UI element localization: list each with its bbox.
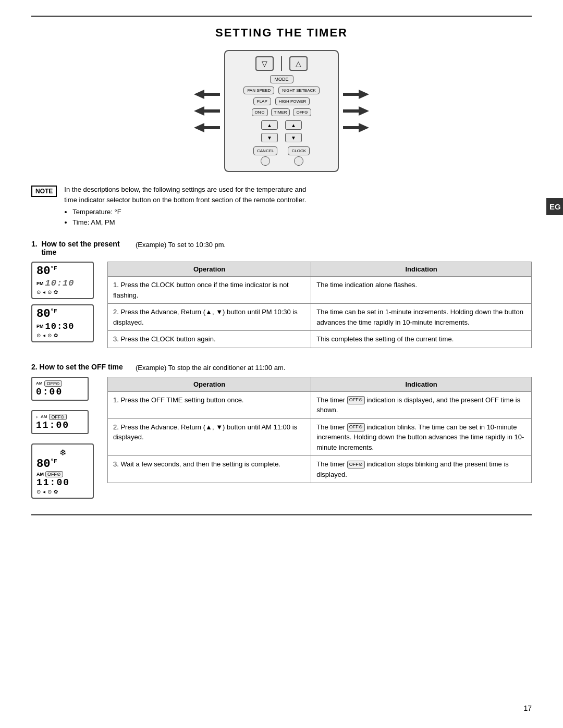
lcd1-icons: ⊙ ◂ ⊙ ✿ bbox=[36, 289, 89, 295]
lcd2-time-row: PM 10:30 bbox=[36, 322, 89, 331]
svg-marker-4 bbox=[343, 106, 369, 116]
note-line1: In the descriptions below, the following… bbox=[64, 186, 306, 193]
off-badge-1: OFF⊙ bbox=[44, 380, 62, 387]
remote-flap-row: FLAP HIGH POWER bbox=[230, 97, 333, 105]
section2-lcd-group: AM OFF⊙ 0:00 ▶ AM OFF⊙ 11:00 ❄ 80°F bbox=[31, 377, 99, 499]
off-lcd-full-time-row: AM OFF⊙ bbox=[36, 471, 89, 477]
section2-table-wrap: Operation Indication 1. Press the OFF TI… bbox=[107, 377, 532, 484]
off-badge-2: OFF⊙ bbox=[49, 414, 67, 420]
remote-nav-buttons: ▽ △ bbox=[230, 56, 333, 71]
section2-ind-cell: The timer OFF⊙ indication is displayed, … bbox=[311, 391, 532, 418]
section2-col2-header: Indication bbox=[311, 377, 532, 391]
lcd1-temp: 80°F bbox=[36, 266, 89, 277]
section1-table-wrap: Operation Indication 1. Press the CLOCK … bbox=[107, 262, 532, 348]
remote-left-nav: ▲ ▼ bbox=[261, 120, 278, 142]
remote-control: ▽ △ MODE FAN SPEED NIGHT SETBACK FLAP HI… bbox=[224, 50, 339, 172]
note-content: In the descriptions below, the following… bbox=[64, 184, 306, 227]
section2-op-cell: 2. Press the Advance, Return (▲, ▼) butt… bbox=[108, 418, 311, 456]
section1-op-cell: 1. Press the CLOCK button once if the ti… bbox=[108, 277, 311, 304]
cancel-area: CANCEL bbox=[253, 146, 277, 166]
arrow-right-1 bbox=[343, 90, 369, 99]
top-border bbox=[31, 16, 532, 17]
remote-nav-up: ▲ bbox=[261, 120, 278, 130]
clock-area: CLOCK bbox=[288, 146, 310, 166]
svg-marker-1 bbox=[194, 106, 220, 116]
section1-table-row: 2. Press the Advance, Return (▲, ▼) butt… bbox=[108, 304, 532, 331]
remote-nav-up2: ▲ bbox=[285, 120, 302, 130]
off-lcd-1: AM OFF⊙ 0:00 bbox=[31, 377, 89, 401]
section2-table-row: 3. Wait a few seconds, and then the sett… bbox=[108, 456, 532, 483]
section2-example: (Example) To stop the air conditioner at… bbox=[136, 363, 285, 372]
section1-ind-cell: The time indication alone flashes. bbox=[311, 277, 532, 304]
section1-ind-cell: This completes the setting of the curren… bbox=[311, 331, 532, 348]
section1-heading-row: 1. How to set the present time (Example)… bbox=[31, 240, 532, 256]
section2-content: AM OFF⊙ 0:00 ▶ AM OFF⊙ 11:00 ❄ 80°F bbox=[31, 377, 532, 499]
section2-heading: 2. How to set the OFF time bbox=[31, 363, 125, 371]
section1-col1-header: Operation bbox=[108, 262, 311, 277]
remote-mode-row: MODE bbox=[230, 75, 333, 83]
note-list: Temperature: °F Time: AM, PM bbox=[72, 207, 306, 227]
arrow-right-2 bbox=[343, 106, 369, 116]
section1-op-cell: 2. Press the Advance, Return (▲, ▼) butt… bbox=[108, 304, 311, 331]
section2-heading-row: 2. How to set the OFF time (Example) To … bbox=[31, 363, 532, 372]
section2-op-cell: 3. Wait a few seconds, and then the sett… bbox=[108, 456, 311, 483]
remote-timer-row: ON⊙ TIMER OFF⊙ bbox=[230, 108, 333, 116]
eg-badge: EG bbox=[546, 198, 563, 215]
bottom-border bbox=[31, 514, 532, 515]
night-setback-button: NIGHT SETBACK bbox=[278, 87, 319, 94]
section2: 2. How to set the OFF time (Example) To … bbox=[31, 363, 532, 499]
remote-fan-row: FAN SPEED NIGHT SETBACK bbox=[230, 87, 333, 94]
section1-table-row: 3. Press the CLOCK button again.This com… bbox=[108, 331, 532, 348]
svg-marker-2 bbox=[194, 123, 220, 132]
fan-speed-button: FAN SPEED bbox=[243, 87, 274, 94]
off-lcd-full-icons: ⊙ ◂ ⊙ ✿ bbox=[36, 489, 89, 495]
svg-marker-5 bbox=[343, 123, 369, 132]
remote-center-nav: ▲ ▼ ▲ ▼ bbox=[230, 120, 333, 142]
off-lcd1-top: AM OFF⊙ bbox=[36, 380, 84, 387]
on-button: ON⊙ bbox=[252, 108, 268, 116]
section1-lcd-group: 80°F PM 10:10 ⊙ ◂ ⊙ ✿ 80°F PM bbox=[31, 262, 99, 342]
section1: 1. How to set the present time (Example)… bbox=[31, 240, 532, 348]
remote-right-nav: ▲ ▼ bbox=[285, 120, 302, 142]
off-lcd2-top: ▶ AM OFF⊙ bbox=[36, 414, 84, 420]
arrow-left-2 bbox=[194, 106, 220, 116]
page-number: 17 bbox=[523, 704, 532, 712]
section1-content: 80°F PM 10:10 ⊙ ◂ ⊙ ✿ 80°F PM bbox=[31, 262, 532, 348]
remote-bottom-buttons: CANCEL CLOCK bbox=[230, 146, 333, 166]
lcd2-icons: ⊙ ◂ ⊙ ✿ bbox=[36, 332, 89, 338]
lcd-display-2: 80°F PM 10:30 ⊙ ◂ ⊙ ✿ bbox=[31, 304, 94, 342]
remote-down-button: ▽ bbox=[255, 56, 274, 71]
off-lcd-full-temp: 80°F bbox=[36, 459, 89, 470]
section1-table-row: 1. Press the CLOCK button once if the ti… bbox=[108, 277, 532, 304]
cancel-button: CANCEL bbox=[253, 146, 277, 155]
section2-table-row: 1. Press the OFF TIME setting button onc… bbox=[108, 391, 532, 418]
off-button: OFF⊙ bbox=[293, 108, 311, 116]
off-lcd-full: ❄ 80°F AM OFF⊙ 11:00 ⊙ ◂ ⊙ ✿ bbox=[31, 443, 94, 499]
svg-marker-0 bbox=[194, 90, 220, 99]
section1-table: Operation Indication 1. Press the CLOCK … bbox=[107, 262, 532, 348]
remote-nav-down2: ▼ bbox=[285, 133, 302, 142]
section2-col1-header: Operation bbox=[108, 377, 311, 391]
clock-button: CLOCK bbox=[288, 146, 310, 155]
off-lcd-full-time: 11:00 bbox=[36, 477, 89, 488]
arrow-left-1 bbox=[194, 90, 220, 99]
arrow-right-3 bbox=[343, 123, 369, 132]
note-bullet1: Temperature: °F bbox=[72, 207, 306, 217]
section2-op-cell: 1. Press the OFF TIME setting button onc… bbox=[108, 391, 311, 418]
off-badge-full: OFF⊙ bbox=[45, 471, 63, 477]
lcd-display-1: 80°F PM 10:10 ⊙ ◂ ⊙ ✿ bbox=[31, 262, 94, 299]
off-badge-ind3: OFF⊙ bbox=[347, 461, 365, 469]
page-title: SETTING THE TIMER bbox=[31, 26, 532, 40]
note-section: NOTE In the descriptions below, the foll… bbox=[31, 184, 532, 227]
lcd2-temp: 80°F bbox=[36, 309, 89, 320]
mode-button: MODE bbox=[270, 75, 293, 83]
off-lcd2-time: 11:00 bbox=[36, 420, 84, 430]
section2-table-row: 2. Press the Advance, Return (▲, ▼) butt… bbox=[108, 418, 532, 456]
timer-button: TIMER bbox=[271, 108, 290, 116]
arrow-left-3 bbox=[194, 123, 220, 132]
section2-ind-cell: The timer OFF⊙ indication blinks. The ti… bbox=[311, 418, 532, 456]
off-lcd-2: ▶ AM OFF⊙ 11:00 bbox=[31, 410, 89, 434]
off-lcd1-time: 0:00 bbox=[36, 387, 84, 397]
remote-up-button: △ bbox=[289, 56, 308, 71]
section1-op-cell: 3. Press the CLOCK button again. bbox=[108, 331, 311, 348]
